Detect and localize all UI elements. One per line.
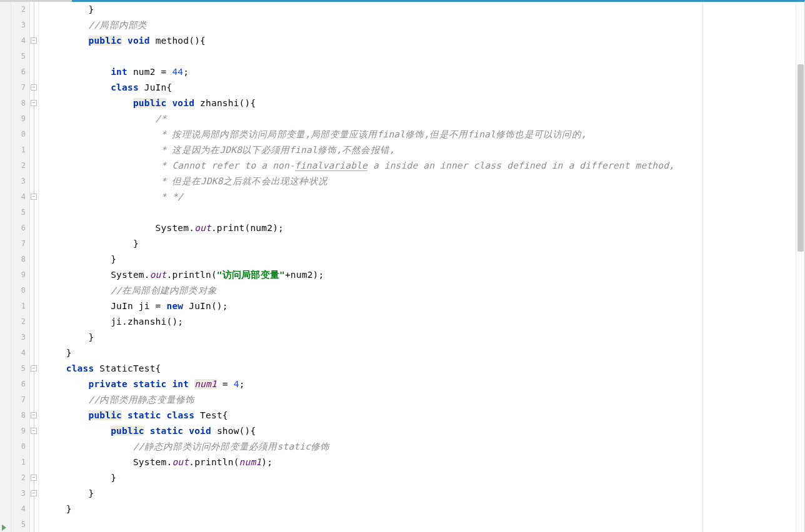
fold-toggle-icon[interactable]: − — [31, 37, 37, 44]
line-number: 0 — [11, 283, 26, 298]
code-line[interactable]: * Cannot refer to a non-finalvariable a … — [39, 158, 674, 174]
right-margin-line — [702, 2, 703, 532]
line-number: 8 — [11, 408, 26, 423]
line-number: 2 — [11, 470, 26, 486]
code-line[interactable]: class StaticTest{ — [39, 361, 674, 377]
fold-toggle-icon[interactable]: − — [31, 412, 37, 418]
line-number: 3 — [11, 174, 26, 189]
line-number: 4 — [11, 501, 26, 517]
line-number: 5 — [11, 49, 26, 64]
code-line[interactable]: * 这是因为在JDK8以下必须用final修饰,不然会报错, — [39, 142, 674, 158]
fold-toggle-icon[interactable]: − — [31, 84, 37, 91]
code-line[interactable]: //在局部创建内部类对象 — [39, 283, 674, 298]
fold-toggle-icon[interactable]: − — [31, 100, 37, 106]
code-line[interactable]: public void zhanshi(){ — [39, 96, 674, 111]
code-line[interactable]: * */ — [39, 189, 674, 205]
line-number: 6 — [11, 377, 26, 392]
line-number: 6 — [11, 64, 26, 80]
line-number: 4 — [11, 345, 26, 361]
code-line[interactable]: } — [39, 330, 674, 345]
fold-toggle-icon[interactable]: − — [31, 365, 37, 372]
fold-toggle-icon[interactable]: − — [31, 194, 37, 200]
line-number: 9 — [11, 423, 26, 439]
code-line[interactable]: } — [39, 470, 674, 486]
code-line[interactable]: } — [39, 501, 674, 517]
line-number: 1 — [11, 455, 26, 470]
code-line[interactable]: public static class Test{ — [39, 408, 674, 423]
line-number: 8 — [11, 252, 26, 267]
code-line[interactable]: System.out.print(num2); — [39, 220, 674, 236]
line-number: 7 — [11, 392, 26, 408]
line-number: 4 — [11, 189, 26, 205]
code-line[interactable]: //内部类用静态变量修饰 — [39, 392, 674, 408]
code-line[interactable]: } — [39, 252, 674, 267]
line-number: 2 — [11, 158, 26, 174]
line-number: 8 — [11, 96, 26, 111]
fold-gutter: − − − − − − − − − — [30, 2, 39, 532]
fold-toggle-icon[interactable]: − — [31, 428, 37, 434]
app-gutter — [0, 2, 11, 532]
vertical-scrollbar[interactable] — [796, 2, 804, 532]
code-editor: 2 3 4 5 6 7 8 9 0 1 2 3 4 5 6 7 8 9 0 1 … — [0, 0, 805, 532]
code-line[interactable] — [39, 49, 674, 64]
code-line[interactable]: * 但是在JDK8之后就不会出现这种状况 — [39, 174, 674, 189]
line-number: 5 — [11, 361, 26, 377]
code-line[interactable]: public void method(){ — [39, 33, 674, 49]
code-line[interactable]: } — [39, 345, 674, 361]
line-number: 7 — [11, 236, 26, 252]
line-number: 7 — [11, 80, 26, 96]
line-number: 5 — [11, 205, 26, 220]
fold-toggle-icon[interactable]: − — [31, 490, 37, 496]
scroll-thumb[interactable] — [798, 64, 804, 252]
code-line[interactable]: public static void show(){ — [39, 423, 674, 439]
code-line[interactable]: JuIn ji = new JuIn(); — [39, 298, 674, 314]
code-line[interactable]: System.out.println("访问局部变量"+num2); — [39, 267, 674, 283]
fold-toggle-icon[interactable]: − — [31, 475, 37, 481]
line-number: 1 — [11, 298, 26, 314]
line-number: 3 — [11, 17, 26, 33]
line-number: 4 — [11, 33, 26, 49]
line-number: 5 — [11, 517, 26, 532]
code-line[interactable]: } — [39, 486, 674, 501]
line-number: 9 — [11, 267, 26, 283]
code-line[interactable]: class JuIn{ — [39, 80, 674, 96]
line-number: 6 — [11, 220, 26, 236]
line-number: 9 — [11, 111, 26, 127]
line-number: 3 — [11, 486, 26, 501]
line-number-gutter: 2 3 4 5 6 7 8 9 0 1 2 3 4 5 6 7 8 9 0 1 … — [11, 2, 30, 532]
code-line[interactable]: System.out.println(num1); — [39, 455, 674, 470]
line-number: 0 — [11, 127, 26, 142]
code-line[interactable]: //静态内部类访问外部变量必须用static修饰 — [39, 439, 674, 455]
line-number: 3 — [11, 330, 26, 345]
code-line[interactable]: private static int num1 = 4; — [39, 377, 674, 392]
code-area[interactable]: } //局部内部类 public void method(){ int num2… — [39, 2, 796, 532]
code-line[interactable]: } — [39, 2, 674, 17]
line-number: 1 — [11, 142, 26, 158]
code-line[interactable]: //局部内部类 — [39, 17, 674, 33]
code-line[interactable]: } — [39, 236, 674, 252]
run-icon[interactable] — [2, 525, 6, 531]
code-line[interactable]: * 按理说局部内部类访问局部变量,局部变量应该用final修饰,但是不用fina… — [39, 127, 674, 142]
code-line[interactable] — [39, 205, 674, 220]
code-line[interactable]: ji.zhanshi(); — [39, 314, 674, 330]
code-line[interactable]: int num2 = 44; — [39, 64, 674, 80]
line-number: 0 — [11, 439, 26, 455]
code-line[interactable]: /* — [39, 111, 674, 127]
line-number: 2 — [11, 2, 26, 17]
line-number: 2 — [11, 314, 26, 330]
